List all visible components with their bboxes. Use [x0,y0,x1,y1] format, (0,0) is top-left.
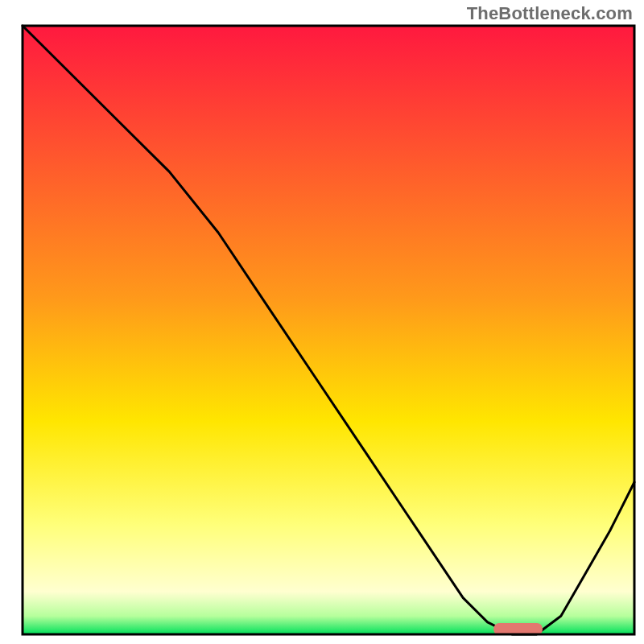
watermark-text: TheBottleneck.com [467,3,633,24]
plot-area [23,26,634,635]
chart-stage: TheBottleneck.com [0,0,644,644]
bottleneck-chart [0,0,644,644]
